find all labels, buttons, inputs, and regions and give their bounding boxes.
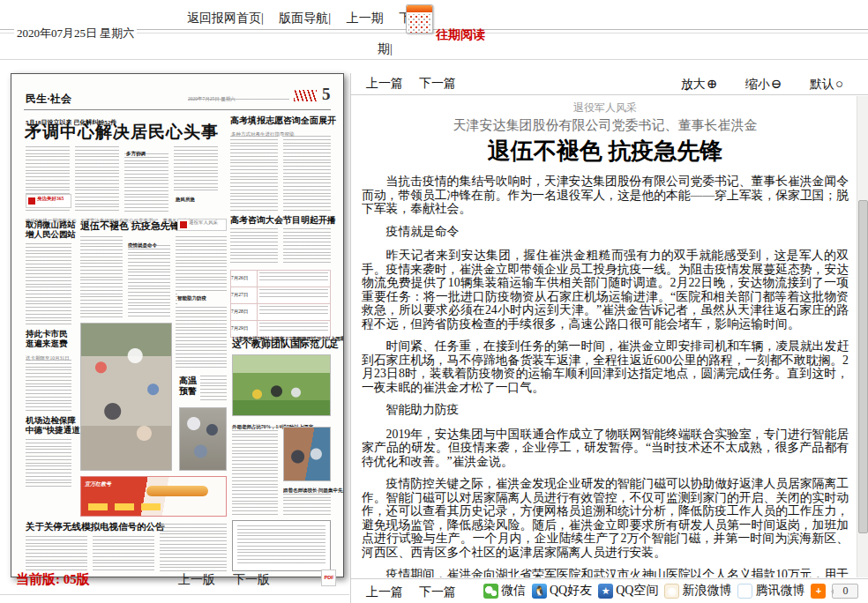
share-tencent-weibo-button[interactable]: t 腾讯微博: [737, 583, 804, 599]
np-airport-title: 机场边检保障中德“快捷通道”: [26, 416, 85, 436]
np-grass-photo: [232, 354, 331, 416]
zoom-default-button[interactable]: 默认○: [797, 78, 843, 91]
share-label: QQ好友: [550, 583, 592, 599]
schedule-date: 7月28日: [231, 308, 248, 315]
np-veteran-col2: [128, 245, 170, 317]
past-issues-link[interactable]: 往期阅读: [436, 27, 485, 43]
share-qzone-button[interactable]: ★ QQ空间: [598, 583, 658, 599]
np-card-body: [26, 360, 71, 411]
np-metro-body: [26, 243, 71, 324]
current-page-indicator: 当前版: 05版: [16, 571, 90, 588]
schedule-date: 7月27日: [231, 291, 248, 298]
page-nav-bar: 当前版: 05版 上一版 下一版 PDF: [11, 570, 344, 592]
tencent-weibo-icon: t: [737, 584, 752, 599]
issue-date: 2020年07月25日 星期六: [14, 26, 137, 41]
qq-icon: 🐧: [532, 584, 547, 599]
np-tv-col2: [93, 536, 154, 571]
np-tv-col1: [26, 536, 87, 571]
share-bar: 上一篇 下一篇 微信 🐧 QQ好友 ★ QQ空间 ◉ 新浪微博: [351, 578, 868, 603]
home-link[interactable]: 返回报网首页|: [187, 11, 264, 25]
np-page-number: 5: [322, 85, 331, 104]
np-airport-body: [26, 439, 71, 488]
article-title: 退伍不褪色 抗疫急先锋: [362, 138, 849, 166]
share-label: 新浪微博: [682, 583, 731, 599]
np-lead-subhead-2: 急民所急: [176, 197, 195, 202]
share-sina-weibo-button[interactable]: ◉ 新浪微博: [664, 583, 731, 599]
zoom-in-icon: ⊕: [707, 77, 718, 91]
np-library-photo: [283, 427, 331, 481]
bottom-divider: [0, 594, 349, 595]
share-qq-button[interactable]: 🐧 QQ好友: [532, 583, 592, 599]
reader-toolbar: 上一篇 下一篇 放大⊕ 缩小⊖ 默认○: [351, 73, 868, 95]
schedule-date: 7月26日: [231, 274, 248, 281]
np-advertisement: 宜万红教号: [80, 476, 227, 517]
np-teacher-col2: [283, 490, 331, 515]
article-scrollbar[interactable]: [857, 96, 868, 577]
np-badge-365-label: 身边美好365: [37, 195, 64, 202]
np-gaokao-title: 高考填报志愿咨询全面展开: [230, 115, 336, 126]
np-veteran-badge: 退役军人风采: [177, 219, 227, 231]
share-label: 微信: [501, 583, 526, 599]
np-ad-buttons: [88, 503, 168, 510]
article-paragraph: 疫情期间，崔洪金向湖北省荣军医院和武汉市火神山医院以个人名义捐款10万元，用于购…: [362, 568, 849, 577]
plus-icon: +: [811, 584, 826, 599]
red-square-icon: [28, 197, 35, 205]
zoom-out-button[interactable]: 缩小⊖: [733, 78, 782, 91]
np-badge-365: 身边美好365: [26, 194, 71, 208]
sina-weibo-icon: ◉: [664, 584, 679, 599]
np-lead-title: 矛调中心解决居民心头事: [25, 123, 219, 142]
np-info-box-text: [237, 525, 326, 566]
share-wechat-button[interactable]: 微信: [483, 583, 526, 599]
np-ad-product: [146, 486, 208, 496]
np-veteran-subhead-2: 智能助力防疫: [177, 295, 206, 301]
np-gaokao-col1: [230, 136, 278, 211]
share-label: 腾讯微博: [755, 583, 804, 599]
newspaper-page: 民生·社会 2020年7月25日 星期六 5 5月18日设立以来 已化解纠纷52…: [11, 74, 343, 577]
prev-page-link[interactable]: 上一版: [178, 572, 215, 588]
next-article-link-bottom[interactable]: 下一篇: [419, 584, 456, 600]
np-lead-col2: [75, 146, 119, 212]
np-metro-title: 取消微山路站增人民公园站: [26, 220, 76, 240]
np-teacher-title: 这个教师团队国际范儿足: [232, 339, 339, 350]
scrollbar-thumb[interactable]: [858, 200, 868, 533]
np-masthead-meta: [188, 99, 289, 102]
article-paragraph: 疫情防控关键之际，崔洪金发现企业研发的智能门磁可以协助做好返津人员居家隔离工作。…: [362, 477, 849, 559]
article-section-heading: 疫情就是命令: [362, 225, 849, 239]
prev-article-link[interactable]: 上一篇: [366, 76, 403, 92]
prev-article-link-bottom[interactable]: 上一篇: [366, 584, 403, 600]
np-gaokao2-col1: [230, 228, 278, 265]
epaper-page: 2020年07月25日 星期六 返回报网首页| 版面导航| 上一期 下一 期| …: [0, 0, 868, 603]
article-section-heading: 智能助力防疫: [362, 403, 849, 417]
pdf-icon[interactable]: PDF: [321, 570, 336, 586]
calendar-icon[interactable]: [406, 4, 433, 34]
next-issue-link-wrapped[interactable]: 期|: [378, 41, 393, 57]
np-veteran-col1: [80, 236, 123, 317]
np-card-title: 持此卡市民逛遍来逛费: [26, 330, 68, 349]
share-label: QQ空间: [616, 583, 658, 599]
page-nav-link[interactable]: 版面导航|: [279, 11, 331, 25]
np-lead-subhead-1: 多方协调: [126, 151, 146, 156]
share-more-button[interactable]: +: [811, 584, 826, 599]
np-tv-col3: [160, 524, 227, 571]
np-teacher-col1: [232, 427, 278, 515]
next-article-link[interactable]: 下一篇: [419, 76, 456, 92]
top-menu: 返回报网首页| 版面导航| 上一期 下一: [187, 11, 423, 26]
share-count-badge[interactable]: 0: [832, 584, 858, 599]
zoom-in-button[interactable]: 放大⊕: [669, 78, 718, 91]
calendar-icon-grid: [408, 14, 430, 33]
np-gaokao-col2: [283, 136, 331, 211]
np-schedule-table: 7月26日 7月27日 7月28日 7月29日: [230, 270, 331, 338]
newspaper-page-thumbnail[interactable]: 民生·社会 2020年7月25日 星期六 5 5月18日设立以来 已化解纠纷52…: [11, 73, 344, 577]
header-divider: [0, 59, 868, 60]
article-reader: 上一篇 下一篇 放大⊕ 缩小⊖ 默认○ 退役军人风采 天津安达集团股份有限公司党…: [351, 73, 868, 603]
wechat-icon: [483, 584, 498, 599]
prev-issue-link[interactable]: 上一期: [347, 11, 384, 25]
np-lead-col4: [174, 146, 218, 190]
np-ad-text: 宜万红教号: [85, 480, 111, 488]
np-umbrella-photo: [179, 407, 227, 471]
schedule-row: 7月27日: [231, 287, 330, 304]
zoom-controls: 放大⊕ 缩小⊖ 默认○: [656, 76, 843, 93]
next-page-link[interactable]: 下一版: [233, 572, 270, 588]
article-paragraph: 当抗击疫情的集结号吹响时，天津安达集团股份有限公司党委书记、董事长崔洪金闻令而动…: [362, 175, 849, 216]
calendar-icon-header: [407, 5, 432, 12]
